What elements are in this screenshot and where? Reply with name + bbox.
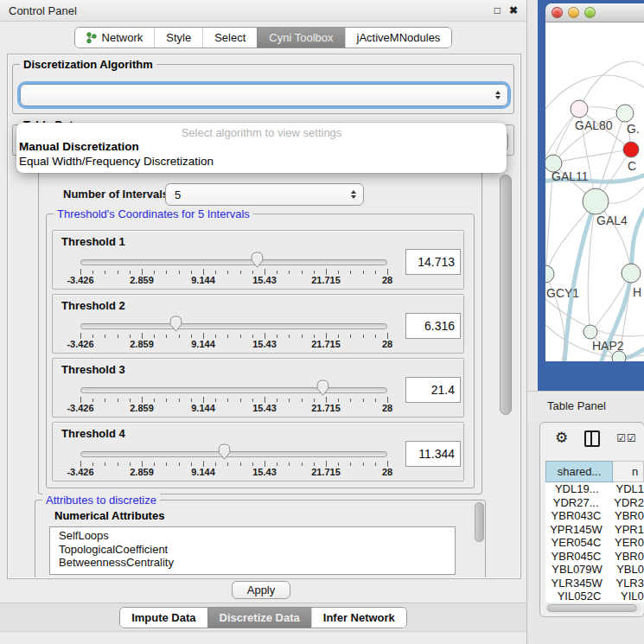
threshold-value-field[interactable]: 11.344 — [405, 441, 461, 467]
slider-thumb[interactable] — [169, 316, 182, 332]
network-node-unlabeled[interactable] — [612, 351, 626, 361]
slider-tick-label: 28 — [382, 467, 392, 477]
discretization-algorithm-group: Discretization Algorithm — [12, 64, 514, 114]
network-canvas[interactable]: GAL80G.CGAL11GAL4GCY1HHAP2 — [545, 22, 644, 361]
algorithm-option-equal-width-frequency-discretization[interactable]: Equal Width/Frequency Discretization — [16, 155, 507, 169]
cell-shared-name: YBR043C — [545, 509, 607, 522]
slider-thumb[interactable] — [316, 379, 329, 396]
slider-tick — [289, 335, 290, 338]
network-node-gal80[interactable] — [571, 100, 588, 118]
attribute-item-selfloops[interactable]: SelfLoops — [50, 529, 455, 543]
slider-tick — [142, 269, 143, 275]
threshold-value-field[interactable]: 6.316 — [405, 313, 461, 339]
slider-tick — [154, 399, 155, 402]
slider-tick — [387, 269, 388, 275]
threshold-label: Threshold 2 — [61, 299, 125, 312]
network-node-hap2[interactable] — [583, 325, 597, 339]
slider-tick — [105, 462, 105, 466]
table-toolbar: ⚙ ☑☑ — [555, 430, 637, 447]
gear-icon[interactable]: ⚙ — [555, 430, 568, 447]
tab-discretize-data[interactable]: Discretize Data — [207, 608, 311, 628]
slider-tick — [350, 335, 351, 338]
tab-jactivemnodules[interactable]: jActiveMNodules — [345, 28, 452, 48]
table-row[interactable]: YPR145WYPR1 — [545, 523, 644, 537]
zoom-button[interactable] — [584, 7, 596, 18]
network-node-c[interactable] — [623, 142, 639, 157]
tab-network[interactable]: Network — [75, 28, 155, 48]
cell-shared-name: YER054C — [545, 536, 607, 549]
threshold-value-field[interactable]: 21.4 — [405, 377, 461, 403]
slider-tick — [154, 335, 155, 338]
minimize-button[interactable] — [568, 7, 579, 18]
slider-tick — [252, 462, 253, 466]
tab-infer-network[interactable]: Infer Network — [311, 608, 406, 628]
slider-track[interactable] — [80, 323, 387, 329]
algorithm-option-manual-discretization[interactable]: Manual Discretization — [16, 140, 507, 155]
network-tree-icon — [86, 32, 97, 43]
cell-shared-name: YDL19... — [545, 482, 608, 495]
close-icon[interactable]: ✖ — [509, 4, 518, 16]
apply-button[interactable]: Apply — [232, 581, 290, 599]
slider-track[interactable] — [80, 387, 387, 393]
tab-impute-data[interactable]: Impute Data — [120, 608, 207, 628]
table-row[interactable]: YDL19...YDL1 — [545, 482, 644, 496]
attribute-item-topologicalcoefficient[interactable]: TopologicalCoefficient — [50, 543, 455, 557]
slider-thumb[interactable] — [251, 252, 264, 268]
settings-vertical-scrollbar[interactable] — [500, 175, 512, 415]
table-row[interactable]: YLR345WYLR3 — [545, 577, 644, 590]
slider-tick — [80, 333, 81, 339]
slider-tick — [105, 399, 105, 402]
slider-tick — [387, 397, 388, 403]
slider-tick — [363, 399, 364, 402]
slider-tick — [166, 335, 167, 338]
slider-tick — [314, 271, 315, 274]
network-node-gal4[interactable] — [583, 188, 609, 214]
threshold-value-field[interactable]: 14.713 — [405, 249, 461, 275]
table-row[interactable]: YBR045CYBR0 — [545, 550, 644, 564]
table-row[interactable]: YBR043CYBR0 — [545, 509, 644, 523]
algorithm-combobox[interactable] — [20, 84, 508, 106]
slider-tick — [80, 397, 81, 403]
network-node-h[interactable] — [622, 264, 641, 283]
slider-tick-label: -3.426 — [67, 339, 93, 349]
cell-shared-name: YDR27... — [545, 496, 606, 509]
slider-tick — [130, 271, 131, 274]
control-panel: Control Panel □ ✖ NetworkStyleSelectCyni… — [0, 0, 527, 644]
slider-tick — [363, 462, 364, 466]
tab-select[interactable]: Select — [202, 28, 257, 48]
threshold-panel-threshold-4: Threshold 4-3.4262.8599.14415.4321.71528… — [52, 422, 464, 481]
network-window-titlebar[interactable] — [545, 3, 644, 22]
cell-shared-name: YLR345W — [545, 577, 608, 590]
table-panel: ⚙ ☑☑ shared... n YDL19...YDL1YDR27...YDR… — [539, 422, 644, 617]
number-of-intervals-combobox[interactable]: 5 — [165, 183, 364, 206]
table-row[interactable]: YER054CYER0 — [545, 536, 644, 550]
checkbox-icons[interactable]: ☑☑ — [616, 432, 637, 444]
close-button[interactable] — [552, 7, 563, 18]
table-hscroll-thumb[interactable] — [547, 604, 637, 612]
column-header-shared-name[interactable]: shared... — [545, 461, 613, 482]
column-layout-icon[interactable] — [584, 430, 600, 447]
slider-track[interactable] — [80, 259, 387, 265]
tab-cyni-toolbox[interactable]: Cyni Toolbox — [257, 28, 344, 48]
network-node-gcy1[interactable] — [545, 265, 554, 283]
slider-tick — [240, 335, 241, 338]
tab-style[interactable]: Style — [154, 28, 202, 48]
slider-track[interactable] — [80, 451, 387, 457]
network-node-g[interactable] — [616, 105, 634, 122]
table-horizontal-scrollbar[interactable] — [545, 603, 641, 613]
threshold-panel-threshold-2: Threshold 2-3.4262.8599.14415.4321.71528… — [52, 294, 464, 354]
thresholds-group: Threshold's Coordinates for 5 Intervals … — [46, 214, 475, 488]
slider-tick — [105, 271, 105, 274]
slider-tick — [265, 461, 265, 467]
table-row[interactable]: YBL079WYBL0 — [545, 563, 644, 577]
table-row[interactable]: YDR27...YDR2 — [545, 496, 644, 510]
number-of-intervals-label: Number of Intervals — [63, 188, 169, 201]
slider-thumb[interactable] — [218, 443, 231, 460]
column-header-name[interactable]: n — [613, 461, 644, 482]
table-row[interactable]: YIL052CYIL0 — [545, 590, 644, 603]
network-node-label: GAL80 — [575, 118, 613, 132]
float-window-icon[interactable]: □ — [494, 4, 501, 16]
attribute-item-betweennesscentrality[interactable]: BetweennessCentrality — [50, 556, 455, 570]
attributes-list-scrollbar[interactable] — [475, 502, 484, 542]
network-edge — [579, 61, 644, 109]
